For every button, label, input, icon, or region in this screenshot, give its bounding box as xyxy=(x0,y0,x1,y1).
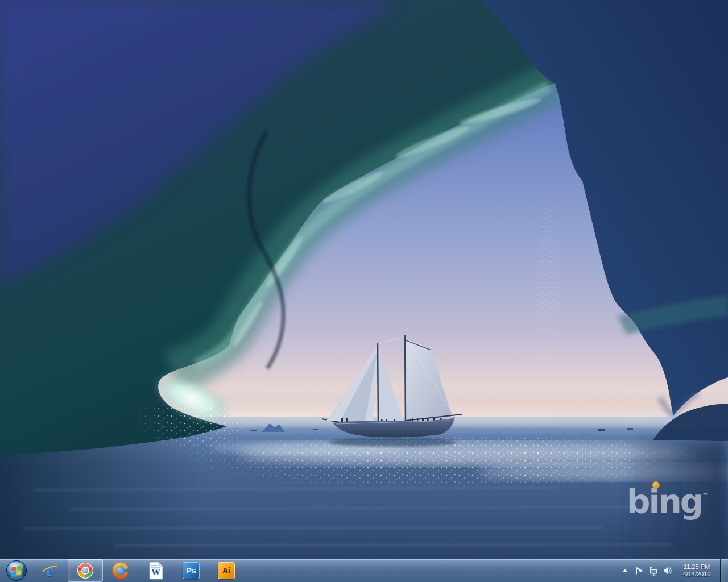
ps-glyph: Ps xyxy=(186,566,196,575)
windows-start-orb-icon xyxy=(6,560,27,581)
bing-logo: bing™ xyxy=(627,479,723,524)
taskbar-button-firefox[interactable] xyxy=(103,559,138,582)
taskbar-button-chrome[interactable] xyxy=(68,559,103,582)
taskbar-button-illustrator[interactable]: Ai xyxy=(209,559,244,582)
action-center-button[interactable] xyxy=(632,559,646,582)
melt-spray xyxy=(531,168,564,410)
taskbar-apps: e xyxy=(32,559,244,582)
internet-explorer-icon: e xyxy=(41,562,59,580)
illustrator-icon: Ai xyxy=(218,562,235,579)
bing-logo-text: bing xyxy=(627,483,702,521)
system-tray: 11:25 PM 4/14/2010 xyxy=(618,559,728,582)
desktop-wallpaper[interactable]: bing™ xyxy=(0,0,728,559)
show-hidden-icons-button[interactable] xyxy=(618,559,632,582)
speaker-icon xyxy=(663,566,673,575)
flag-icon xyxy=(635,566,644,575)
word-w-glyph: W xyxy=(150,567,162,577)
network-icon xyxy=(648,566,659,576)
taskbar: e xyxy=(0,559,728,582)
taskbar-button-photoshop[interactable]: Ps xyxy=(173,559,209,582)
start-button[interactable] xyxy=(0,559,32,582)
photoshop-icon: Ps xyxy=(183,562,200,579)
bing-trademark: ™ xyxy=(702,492,708,498)
clock-date: 4/14/2010 xyxy=(678,571,715,578)
chrome-icon xyxy=(77,562,94,579)
bing-logo-dot xyxy=(652,481,660,489)
network-status-button[interactable] xyxy=(646,559,660,582)
taskbar-clock[interactable]: 11:25 PM 4/14/2010 xyxy=(678,563,715,578)
word-document-icon: W xyxy=(147,562,164,580)
taskbar-button-internet-explorer[interactable]: e xyxy=(32,559,68,582)
windows-7-desktop: bing™ xyxy=(0,0,728,582)
taskbar-button-word[interactable]: W xyxy=(138,559,173,582)
firefox-icon xyxy=(112,562,129,579)
clock-time: 11:25 PM xyxy=(678,563,715,571)
show-desktop-button[interactable] xyxy=(720,559,728,582)
chevron-up-icon xyxy=(621,568,629,573)
wallpaper-art xyxy=(0,0,728,559)
ai-glyph: Ai xyxy=(222,566,230,575)
volume-button[interactable] xyxy=(660,559,675,582)
